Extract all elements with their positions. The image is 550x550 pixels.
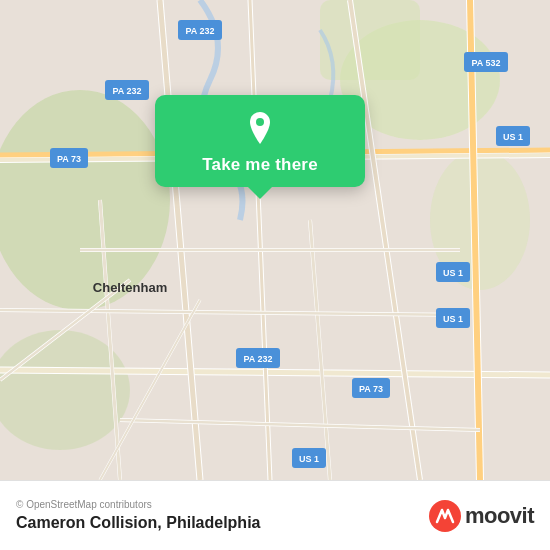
svg-text:US 1: US 1	[443, 268, 463, 278]
bottom-bar: © OpenStreetMap contributors Cameron Col…	[0, 480, 550, 550]
map-svg: PA 232 PA 232 PA 73 PA 532 US 1 US 1 US …	[0, 0, 550, 480]
svg-point-54	[256, 118, 264, 126]
moovit-brand-icon	[429, 500, 461, 532]
take-me-there-button[interactable]: Take me there	[155, 95, 365, 187]
attribution-text: © OpenStreetMap contributors	[16, 499, 260, 510]
svg-text:PA 232: PA 232	[243, 354, 272, 364]
svg-text:PA 532: PA 532	[471, 58, 500, 68]
svg-text:US 1: US 1	[299, 454, 319, 464]
svg-text:PA 232: PA 232	[185, 26, 214, 36]
place-name: Cameron Collision, Philadelphia	[16, 514, 260, 532]
svg-text:Cheltenham: Cheltenham	[93, 280, 167, 295]
svg-text:PA 73: PA 73	[359, 384, 383, 394]
svg-text:PA 232: PA 232	[112, 86, 141, 96]
svg-text:US 1: US 1	[443, 314, 463, 324]
moovit-logo: moovit	[429, 500, 534, 532]
popup-label: Take me there	[202, 155, 318, 175]
location-pin-icon	[241, 109, 279, 147]
map-container: PA 232 PA 232 PA 73 PA 532 US 1 US 1 US …	[0, 0, 550, 480]
moovit-text: moovit	[465, 503, 534, 529]
svg-text:US 1: US 1	[503, 132, 523, 142]
svg-text:PA 73: PA 73	[57, 154, 81, 164]
place-info: © OpenStreetMap contributors Cameron Col…	[16, 499, 260, 532]
